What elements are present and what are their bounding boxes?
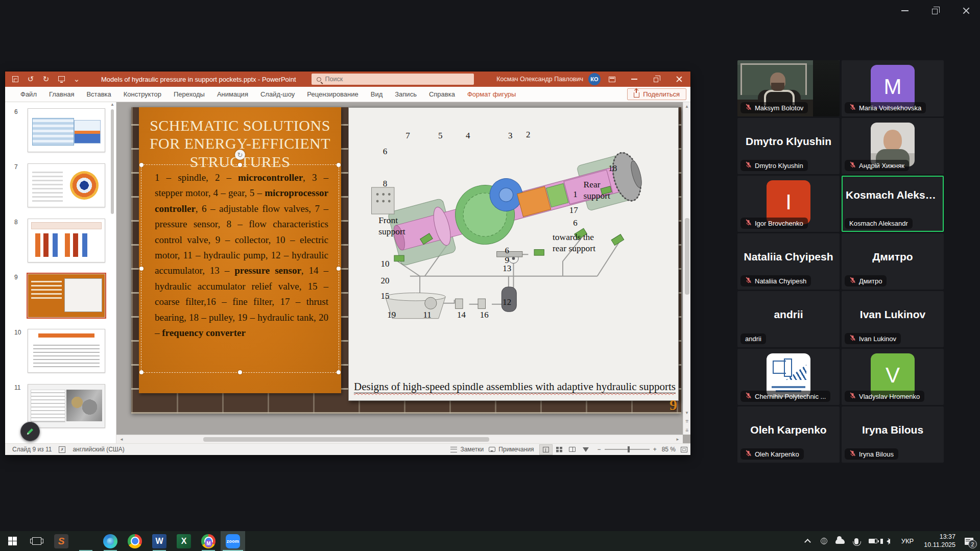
ribbon-tab[interactable]: Анимация <box>211 87 254 102</box>
ribbon-tab[interactable]: Формат фигуры <box>461 87 522 102</box>
slide-thumbnail[interactable]: 7 <box>28 163 107 207</box>
horizontal-scrollbar[interactable]: ◄ ► <box>116 435 683 443</box>
participant-tile[interactable]: Maksym Bolotov Maksym Bolotov <box>737 60 840 116</box>
slide-diagram-panel[interactable]: 754326818117669131020151911141612 Rear s… <box>348 107 679 401</box>
scroll-right-icon[interactable]: ► <box>673 437 683 442</box>
hidden-icons-button[interactable] <box>799 531 816 551</box>
scrollbar-thumb[interactable] <box>203 437 489 442</box>
start-slideshow-button[interactable] <box>57 75 65 83</box>
slide-thumbnail[interactable]: 8 <box>28 219 107 262</box>
resize-handle[interactable] <box>337 163 341 167</box>
ribbon-tab[interactable]: Вид <box>365 87 389 102</box>
action-center-button[interactable]: 2 <box>958 531 980 551</box>
close-button[interactable] <box>668 71 690 87</box>
resize-handle[interactable] <box>337 370 341 374</box>
thumbnail-scrollbar[interactable]: ▲ <box>110 102 115 443</box>
save-button[interactable] <box>11 75 19 83</box>
slide-body-text[interactable]: 1 – spindle, 2 – microcontroller, 3 – st… <box>141 165 339 341</box>
taskbar-app-button[interactable] <box>98 531 123 551</box>
network-tray-icon[interactable] <box>816 531 832 551</box>
participant-tile[interactable]: Oleh Karpenko Oleh Karpenko <box>737 406 840 463</box>
slide-thumbnail[interactable]: 10 <box>28 329 107 373</box>
taskbar-app-button[interactable] <box>123 531 147 551</box>
slide-text-panel[interactable]: SCHEMATIC SOLUTIONS FOR ENERGY-EFFICIENT… <box>139 107 341 393</box>
taskbar-app-button[interactable]: W <box>147 531 172 551</box>
vertical-scrollbar[interactable]: ▲ ▼ ⇈ ⇊ <box>683 102 690 435</box>
zoom-minimize-button[interactable] <box>898 5 912 16</box>
scrollbar-thumb[interactable] <box>685 218 689 295</box>
ribbon-tab[interactable]: Главная <box>43 87 80 102</box>
scroll-left-icon[interactable]: ◄ <box>116 437 127 442</box>
battery-tray-icon[interactable] <box>865 531 881 551</box>
zoom-restore-button[interactable] <box>929 5 942 16</box>
resize-handle[interactable] <box>139 370 144 374</box>
language-indicator[interactable]: английский (США) <box>73 446 124 453</box>
volume-tray-icon[interactable] <box>881 531 897 551</box>
participant-tile[interactable]: V Vladyslav Hromenko Vladyslav Hromenko <box>842 349 944 405</box>
taskbar-app-button[interactable]: M <box>196 531 221 551</box>
zoom-out-button[interactable]: − <box>597 446 601 453</box>
participant-tile[interactable]: M Mariia Voitsekhovska Mariia Voitsekhov… <box>842 60 944 116</box>
resize-handle[interactable] <box>139 267 144 271</box>
slide-sorter-view-button[interactable] <box>553 444 566 455</box>
reading-view-button[interactable] <box>566 444 579 455</box>
annotation-pencil-button[interactable] <box>20 422 40 441</box>
slide-thumbnail[interactable]: 9 <box>28 274 107 318</box>
participant-tile[interactable]: Chernihiv Polytechnic National Universit… <box>737 349 840 405</box>
slide-thumbnail[interactable]: 6 <box>28 108 107 152</box>
scrollbar-thumb[interactable] <box>111 109 114 214</box>
participant-tile[interactable]: andrii andrii <box>737 291 840 347</box>
restore-button[interactable] <box>646 71 668 87</box>
participant-tile[interactable]: Dmytro Klyushin Dmytro Klyushin <box>737 118 840 174</box>
taskbar-app-button[interactable]: zoom <box>221 531 245 551</box>
participant-tile[interactable]: Iryna Bilous Iryna Bilous <box>842 406 944 463</box>
participant-tile[interactable]: Дмитро Дмитро <box>842 233 944 290</box>
resize-handle[interactable] <box>337 267 341 271</box>
resize-handle[interactable] <box>238 370 242 374</box>
comments-button[interactable]: Примечания <box>489 446 534 453</box>
diagram-caption[interactable]: Designs of high-speed spindle assemblies… <box>354 380 675 393</box>
participant-tile[interactable]: I Igor Brovchenko Igor Brovchenko <box>737 176 840 232</box>
search-box[interactable] <box>312 74 474 85</box>
account-avatar[interactable]: КО <box>588 73 601 85</box>
participant-tile[interactable]: Ivan Lukinov Ivan Lukinov <box>842 291 944 347</box>
previous-slide-button[interactable]: ⇈ <box>685 417 689 426</box>
participant-tile[interactable]: Nataliia Chyipesh Nataliia Chyipesh <box>737 233 840 290</box>
ribbon-tab[interactable]: Конструктор <box>117 87 168 102</box>
participant-tile[interactable]: Андрій Хижняк Андрій Хижняк <box>842 118 944 174</box>
ribbon-tab[interactable]: Слайд-шоу <box>254 87 301 102</box>
slide-thumbnail[interactable]: 11 <box>28 384 107 428</box>
current-slide[interactable]: SCHEMATIC SOLUTIONS FOR ENERGY-EFFICIENT… <box>131 107 681 414</box>
scroll-up-icon[interactable]: ▲ <box>110 102 115 107</box>
search-input[interactable] <box>325 76 469 83</box>
fit-slide-button[interactable] <box>681 447 687 452</box>
spellcheck-icon[interactable]: ✗ <box>59 446 65 453</box>
scroll-up-icon[interactable]: ▲ <box>685 102 689 111</box>
language-switcher[interactable]: УКР <box>897 537 918 545</box>
ribbon-tab[interactable]: Запись <box>389 87 423 102</box>
microphone-tray-icon[interactable] <box>848 531 865 551</box>
scroll-down-icon[interactable]: ▼ <box>685 409 689 417</box>
customize-qat-button[interactable]: ⌄ <box>73 75 81 83</box>
redo-button[interactable]: ↻ <box>42 75 50 83</box>
slideshow-view-button[interactable] <box>579 444 592 455</box>
participant-tile[interactable]: Kosmach Aleksa... Kosmach Aleksandr <box>842 176 944 232</box>
undo-button[interactable]: ↺ <box>27 75 35 83</box>
taskbar-app-button[interactable] <box>74 531 98 551</box>
zoom-in-button[interactable]: + <box>653 446 657 453</box>
zoom-percentage[interactable]: 85 % <box>662 446 676 453</box>
onedrive-tray-icon[interactable] <box>832 531 848 551</box>
ribbon-display-options-button[interactable] <box>601 71 623 87</box>
taskbar-app-button[interactable]: X <box>172 531 196 551</box>
ribbon-tab[interactable]: Вставка <box>80 87 117 102</box>
task-view-button[interactable] <box>25 531 49 551</box>
ribbon-tab[interactable]: Переходы <box>168 87 211 102</box>
selected-textbox[interactable]: ↻ 1 – spindle, 2 – microcontroller, 3 – … <box>141 164 339 373</box>
share-button[interactable]: Поделиться <box>627 88 686 100</box>
ribbon-tab[interactable]: Справка <box>423 87 461 102</box>
clock[interactable]: 13:37 10.11.2025 <box>918 533 958 549</box>
next-slide-button[interactable]: ⇊ <box>685 426 689 435</box>
start-button[interactable] <box>0 531 25 551</box>
taskbar-app-button[interactable]: S <box>49 531 74 551</box>
ribbon-tab[interactable]: Рецензирование <box>301 87 364 102</box>
